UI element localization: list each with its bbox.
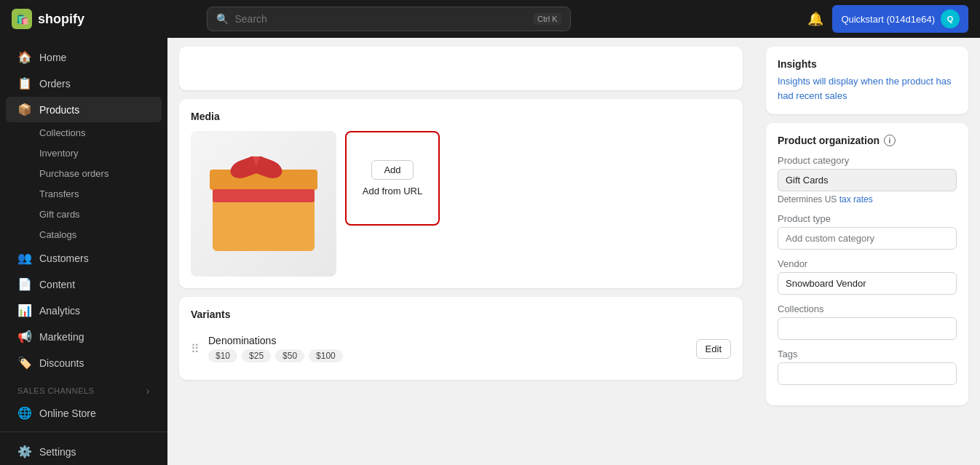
notifications-button[interactable]: 🔔: [807, 11, 823, 27]
tax-help-text: Determines US tax rates: [778, 194, 957, 204]
content-area: Media A: [167, 38, 980, 465]
ribbon-horizontal: [213, 189, 315, 202]
sidebar-sub-label: Purchase orders: [39, 168, 108, 179]
sidebar-item-label: Home: [39, 52, 66, 63]
account-button[interactable]: Quickstart (014d1e64) Q: [832, 5, 968, 33]
sidebar-item-online-store[interactable]: 🌐 Online Store: [6, 400, 162, 426]
collections-label: Collections: [778, 303, 957, 314]
sidebar-item-purchase-orders[interactable]: Purchase orders: [6, 164, 162, 183]
product-type-label: Product type: [778, 213, 957, 224]
sidebar-item-analytics[interactable]: 📊 Analytics: [6, 298, 162, 323]
sidebar-item-settings[interactable]: ⚙️ Settings: [6, 439, 162, 464]
drag-handle-icon[interactable]: ⠿: [191, 342, 199, 356]
sidebar-sub-label: Catalogs: [39, 229, 76, 240]
settings-icon: ⚙️: [17, 445, 32, 458]
media-add-zone[interactable]: Add Add from URL: [345, 131, 440, 226]
denom-tag-50: $50: [275, 349, 304, 362]
tags-label: Tags: [778, 349, 957, 359]
search-shortcut: Ctrl K: [533, 13, 562, 25]
online-store-icon: 🌐: [17, 406, 32, 420]
content-icon: 📄: [17, 277, 32, 291]
edit-variant-button[interactable]: Edit: [696, 339, 731, 359]
search-icon: 🔍: [216, 13, 229, 25]
gift-card-image: [205, 156, 322, 251]
sidebar-item-marketing[interactable]: 📢 Marketing: [6, 324, 162, 349]
sidebar-item-label: Online Store: [39, 408, 96, 419]
sidebar-item-label: Customers: [39, 253, 89, 264]
add-from-url-link[interactable]: Add from URL: [363, 186, 422, 196]
sidebar-sub-label: Transfers: [39, 188, 79, 199]
analytics-icon: 📊: [17, 303, 32, 317]
product-category-input[interactable]: [778, 169, 957, 191]
sidebar-item-label: Products: [39, 104, 79, 116]
vendor-label: Vendor: [778, 258, 957, 269]
sidebar: 🏠 Home 📋 Orders 📦 Products Collections I…: [0, 38, 167, 465]
sidebar-item-content[interactable]: 📄 Content: [6, 271, 162, 297]
sidebar-sub-label: Inventory: [39, 148, 78, 159]
denom-tag-10: $10: [208, 349, 237, 362]
logo-text: shopify: [38, 12, 84, 27]
sidebar-item-home[interactable]: 🏠 Home: [6, 44, 162, 70]
products-submenu: Collections Inventory Purchase orders Tr…: [0, 123, 167, 245]
home-icon: 🏠: [17, 50, 32, 64]
sidebar-item-label: Content: [39, 279, 75, 290]
sidebar-item-catalogs[interactable]: Catalogs: [6, 225, 162, 245]
sidebar-bottom: ⚙️ Settings ℹ️ Non-transferable: [0, 432, 167, 465]
org-title: Product organization i: [778, 135, 957, 146]
sidebar-item-discounts[interactable]: 🏷️ Discounts: [6, 350, 162, 375]
tags-input[interactable]: [778, 362, 957, 385]
insights-card: Insights Insights will display when the …: [766, 47, 968, 114]
right-panel: Insights Insights will display when the …: [754, 38, 980, 465]
sales-channels-section: Sales channels ›: [0, 376, 167, 400]
products-icon: 📦: [17, 103, 32, 116]
variants-card: Variants ⠿ Denominations $10 $25 $50 $10…: [179, 297, 743, 380]
sidebar-item-label: Settings: [39, 446, 76, 458]
sidebar-item-orders[interactable]: 📋 Orders: [6, 71, 162, 96]
avatar: Q: [941, 9, 960, 28]
sidebar-item-label: Orders: [39, 78, 71, 90]
sidebar-item-products[interactable]: 📦 Products: [6, 97, 162, 122]
product-type-input[interactable]: [778, 227, 957, 250]
sidebar-item-label: Discounts: [39, 357, 84, 369]
variant-row: ⠿ Denominations $10 $25 $50 $100 Edit: [191, 329, 731, 368]
vendor-input[interactable]: [778, 272, 957, 295]
media-main-image: [191, 131, 336, 277]
org-info-icon: i: [884, 135, 896, 146]
denom-tag-100: $100: [309, 349, 343, 362]
top-card: [179, 47, 743, 90]
logo-icon: [12, 9, 32, 29]
sidebar-sub-label: Collections: [39, 127, 86, 138]
denom-tag-25: $25: [242, 349, 271, 362]
denominations-label: Denominations: [208, 335, 687, 346]
sidebar-item-customers[interactable]: 👥 Customers: [6, 245, 162, 271]
sidebar-item-collections[interactable]: Collections: [6, 123, 162, 143]
sidebar-item-label: Marketing: [39, 331, 84, 343]
search-input[interactable]: [234, 13, 527, 25]
sidebar-item-label: Analytics: [39, 305, 80, 317]
add-media-button[interactable]: Add: [371, 160, 413, 180]
expand-icon: ›: [146, 385, 150, 397]
center-panel: Media A: [167, 38, 754, 465]
search-bar[interactable]: 🔍 Ctrl K: [207, 7, 571, 31]
tax-rates-link[interactable]: tax rates: [839, 194, 873, 204]
account-label: Quickstart (014d1e64): [841, 14, 935, 25]
shopify-logo: shopify: [12, 9, 84, 29]
media-card: Media A: [179, 99, 743, 288]
denominations-list: $10 $25 $50 $100: [208, 349, 687, 362]
orders-icon: 📋: [17, 76, 32, 90]
insights-text: Insights will display when the product h…: [778, 74, 957, 103]
sidebar-item-transfers[interactable]: Transfers: [6, 184, 162, 204]
marketing-icon: 📢: [17, 330, 32, 343]
variant-info: Denominations $10 $25 $50 $100: [208, 335, 687, 362]
media-section-label: Media: [179, 99, 743, 131]
topbar-right: 🔔 Quickstart (014d1e64) Q: [807, 5, 968, 33]
product-category-label: Product category: [778, 155, 957, 166]
discounts-icon: 🏷️: [17, 356, 32, 370]
sidebar-item-inventory[interactable]: Inventory: [6, 143, 162, 163]
variants-title: Variants: [191, 309, 731, 320]
sidebar-item-gift-cards[interactable]: Gift cards: [6, 204, 162, 224]
main-layout: 🏠 Home 📋 Orders 📦 Products Collections I…: [0, 38, 980, 465]
collections-input[interactable]: [778, 317, 957, 340]
media-area: Add Add from URL: [179, 131, 743, 288]
insights-title: Insights: [778, 58, 957, 70]
